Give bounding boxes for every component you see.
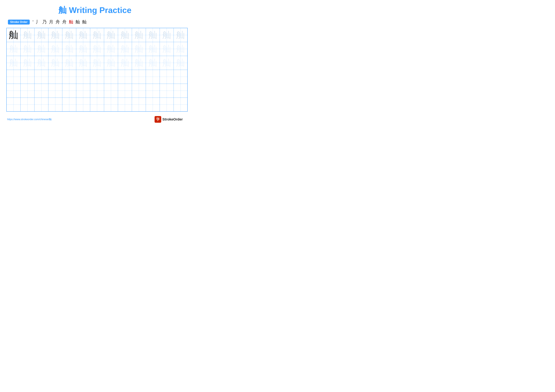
grid-cell-empty[interactable] — [76, 70, 90, 84]
table-row: 舢 舢 舢 舢 舢 舢 舢 舢 舢 舢 舢 舢 舢 — [7, 42, 188, 56]
stroke-order-badge: Stroke Order — [8, 20, 30, 24]
grid-cell: 舢 — [20, 28, 34, 42]
grid-cell: 舢 — [146, 42, 160, 56]
grid-cell: 舢 — [160, 56, 174, 70]
grid-cell: 舢 — [160, 42, 174, 56]
grid-cell: 舢 — [118, 56, 132, 70]
grid-cell: 舢 — [118, 42, 132, 56]
stroke-4: 月 — [49, 19, 53, 25]
grid-cell: 舢 — [132, 42, 146, 56]
stroke-sequence: ' 丿 乃 月 舟 舟 舢 舢 舢 — [33, 19, 87, 25]
grid-cell-empty[interactable] — [118, 70, 132, 84]
grid-cell: 舢 — [104, 42, 118, 56]
grid-cell: 舢 — [146, 56, 160, 70]
grid-cell-empty[interactable] — [160, 84, 174, 98]
grid-cell: 舢 — [76, 56, 90, 70]
grid-cell-empty[interactable] — [90, 98, 104, 112]
table-row: 舢 舢 舢 舢 舢 舢 舢 舢 舢 舢 舢 舢 舢 — [7, 28, 188, 42]
grid-cell-empty[interactable] — [174, 98, 188, 112]
grid-cell: 舢 — [76, 28, 90, 42]
table-row-empty — [7, 98, 188, 112]
grid-cell-empty[interactable] — [34, 84, 48, 98]
char-dark: 舢 — [9, 30, 18, 40]
stroke-order-row: Stroke Order ' 丿 乃 月 舟 舟 舢 舢 舢 — [6, 19, 183, 25]
grid-cell-empty[interactable] — [118, 98, 132, 112]
grid-cell-dark: 舢 — [7, 28, 20, 42]
grid-cell-empty[interactable] — [104, 70, 118, 84]
grid-cell: 舢 — [160, 28, 174, 42]
grid-cell: 舢 — [62, 42, 76, 56]
grid-cell-empty[interactable] — [20, 98, 34, 112]
grid-cell: 舢 — [34, 42, 48, 56]
grid-cell: 舢 — [146, 28, 160, 42]
grid-cell-empty[interactable] — [62, 98, 76, 112]
practice-grid: 舢 舢 舢 舢 舢 舢 舢 舢 舢 舢 舢 舢 舢 舢 舢 舢 舢 舢 舢 舢 … — [6, 28, 188, 112]
grid-cell-empty[interactable] — [62, 84, 76, 98]
grid-cell: 舢 — [118, 28, 132, 42]
brand-name: StrokeOrder — [162, 117, 183, 121]
grid-cell-empty[interactable] — [160, 98, 174, 112]
grid-cell-empty[interactable] — [48, 98, 62, 112]
grid-cell: 舢 — [20, 42, 34, 56]
grid-cell: 舢 — [34, 28, 48, 42]
grid-cell: 舢 — [104, 28, 118, 42]
grid-cell-empty[interactable] — [76, 98, 90, 112]
stroke-8: 舢 — [75, 19, 80, 25]
grid-cell: 舢 — [174, 56, 188, 70]
grid-cell: 舢 — [104, 56, 118, 70]
grid-cell-empty[interactable] — [76, 84, 90, 98]
grid-cell: 舢 — [34, 56, 48, 70]
grid-cell: 舢 — [174, 28, 188, 42]
footer: https://www.strokeorder.com/chinese/舢 字 … — [6, 116, 183, 123]
stroke-6: 舟 — [62, 19, 67, 25]
stroke-7: 舢 — [69, 19, 73, 25]
grid-cell: 舢 — [48, 28, 62, 42]
grid-cell-empty[interactable] — [7, 84, 20, 98]
grid-cell: 舢 — [7, 56, 20, 70]
grid-cell-empty[interactable] — [20, 84, 34, 98]
grid-cell-empty[interactable] — [160, 70, 174, 84]
stroke-9: 舢 — [82, 19, 87, 25]
stroke-5: 舟 — [56, 19, 60, 25]
grid-cell: 舢 — [48, 42, 62, 56]
footer-url[interactable]: https://www.strokeorder.com/chinese/舢 — [7, 118, 51, 121]
grid-cell: 舢 — [20, 56, 34, 70]
grid-cell: 舢 — [90, 42, 104, 56]
grid-cell-empty[interactable] — [62, 70, 76, 84]
grid-cell-empty[interactable] — [7, 98, 20, 112]
grid-cell: 舢 — [62, 56, 76, 70]
grid-cell-empty[interactable] — [132, 70, 146, 84]
grid-cell-empty[interactable] — [34, 70, 48, 84]
grid-cell-empty[interactable] — [132, 98, 146, 112]
grid-cell-empty[interactable] — [7, 70, 20, 84]
grid-cell-empty[interactable] — [104, 98, 118, 112]
grid-cell: 舢 — [62, 28, 76, 42]
page-title: 舢 Writing Practice — [6, 5, 183, 16]
grid-cell-empty[interactable] — [146, 84, 160, 98]
grid-cell-empty[interactable] — [48, 70, 62, 84]
grid-cell-empty[interactable] — [132, 84, 146, 98]
grid-cell-empty[interactable] — [90, 70, 104, 84]
grid-cell-empty[interactable] — [20, 70, 34, 84]
grid-cell-empty[interactable] — [48, 84, 62, 98]
grid-cell: 舢 — [7, 42, 20, 56]
table-row-empty — [7, 84, 188, 98]
grid-cell: 舢 — [90, 28, 104, 42]
stroke-2: 丿 — [36, 19, 40, 25]
brand-icon: 字 — [154, 116, 161, 123]
grid-cell-empty[interactable] — [174, 84, 188, 98]
grid-cell: 舢 — [174, 42, 188, 56]
grid-cell: 舢 — [48, 56, 62, 70]
stroke-3: 乃 — [42, 19, 47, 25]
table-row: 舢 舢 舢 舢 舢 舢 舢 舢 舢 舢 舢 舢 舢 — [7, 56, 188, 70]
grid-cell-empty[interactable] — [146, 98, 160, 112]
grid-cell-empty[interactable] — [90, 84, 104, 98]
grid-cell-empty[interactable] — [34, 98, 48, 112]
grid-cell-empty[interactable] — [146, 70, 160, 84]
grid-cell-empty[interactable] — [174, 70, 188, 84]
grid-cell: 舢 — [90, 56, 104, 70]
grid-cell-empty[interactable] — [104, 84, 118, 98]
stroke-1: ' — [33, 20, 33, 24]
grid-cell-empty[interactable] — [118, 84, 132, 98]
footer-brand: 字 StrokeOrder — [154, 116, 183, 123]
